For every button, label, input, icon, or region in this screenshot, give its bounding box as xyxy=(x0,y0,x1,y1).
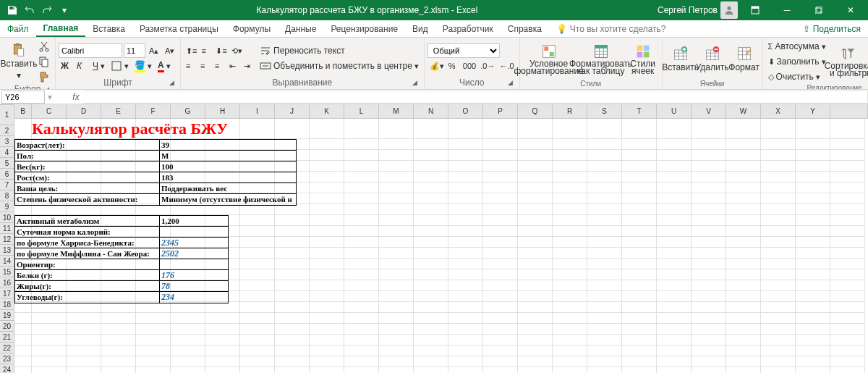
column-header[interactable]: J xyxy=(275,104,310,118)
column-header[interactable]: D xyxy=(67,104,101,118)
cell-styles-button[interactable]: Стили ячеек xyxy=(627,39,659,80)
redo-button[interactable] xyxy=(39,2,55,18)
column-header[interactable]: C xyxy=(32,104,67,118)
spreadsheet-grid[interactable]: 123456789101112131415161718192021222324 … xyxy=(0,104,868,373)
row-header[interactable]: 15 xyxy=(0,267,14,277)
font-size-input[interactable] xyxy=(124,43,145,58)
increase-indent-button[interactable]: ⇥ xyxy=(242,59,256,73)
font-name-input[interactable] xyxy=(59,43,122,58)
tell-me-search[interactable]: 💡Что вы хотите сделать? xyxy=(556,20,686,37)
column-header[interactable]: K xyxy=(310,104,344,118)
row-header[interactable]: 4 xyxy=(0,147,14,158)
italic-button[interactable]: К xyxy=(75,59,89,73)
row-header[interactable]: 2 xyxy=(0,125,14,136)
merge-center-button[interactable]: Объединить и поместить в центре▾ xyxy=(258,59,421,73)
row-header[interactable]: 13 xyxy=(0,245,14,256)
input-value[interactable]: 183 xyxy=(160,172,296,183)
tab-home[interactable]: Главная xyxy=(36,20,86,37)
column-header[interactable]: N xyxy=(414,104,448,118)
row-header[interactable]: 12 xyxy=(0,234,14,245)
font-color-button[interactable]: А▾ xyxy=(156,59,173,73)
row-header[interactable]: 20 xyxy=(0,321,14,332)
copy-button[interactable] xyxy=(36,54,52,69)
increase-decimal-button[interactable]: .0→ xyxy=(478,59,497,73)
row-header[interactable]: 23 xyxy=(0,353,14,364)
row-header[interactable]: 17 xyxy=(0,288,14,299)
row-header[interactable]: 9 xyxy=(0,201,14,212)
row-header[interactable]: 3 xyxy=(0,136,14,147)
column-header[interactable]: I xyxy=(240,104,275,118)
align-bottom-button[interactable]: ⬇≡ xyxy=(213,43,229,58)
border-button[interactable]: ▾ xyxy=(109,59,131,73)
insert-cells-button[interactable]: Вставить xyxy=(665,39,696,80)
accounting-format-button[interactable]: 💰▾ xyxy=(427,59,446,73)
name-box[interactable] xyxy=(1,91,45,104)
cut-button[interactable] xyxy=(36,39,52,54)
comma-button[interactable]: 000 xyxy=(461,59,478,73)
maximize-button[interactable] xyxy=(804,0,833,20)
orientation-button[interactable]: ⟲▾ xyxy=(229,43,244,58)
row-header[interactable]: 10 xyxy=(0,212,14,223)
row-header[interactable]: 16 xyxy=(0,277,14,288)
fx-icon[interactable]: fx xyxy=(69,92,82,102)
column-header[interactable]: M xyxy=(379,104,414,118)
minimize-button[interactable]: ─ xyxy=(773,0,801,20)
percent-button[interactable]: % xyxy=(446,59,461,73)
align-top-button[interactable]: ⬆≡ xyxy=(184,43,199,58)
sort-filter-button[interactable]: Сортировка и фильтр xyxy=(830,41,867,82)
row-header[interactable]: 24 xyxy=(0,364,14,373)
alignment-launcher[interactable]: ◢ xyxy=(411,79,420,88)
column-headers[interactable]: BCDEFGHIJKLMNOPQRSTUVWXY xyxy=(14,104,868,119)
increase-font-button[interactable]: A▴ xyxy=(147,43,161,58)
column-header[interactable]: T xyxy=(622,104,657,118)
column-header[interactable]: X xyxy=(761,104,796,118)
column-header[interactable]: Y xyxy=(796,104,830,118)
column-header[interactable]: R xyxy=(553,104,587,118)
share-button[interactable]: ⇪Поделиться xyxy=(796,20,868,37)
font-launcher[interactable]: ◢ xyxy=(167,79,176,88)
number-format-select[interactable]: Общий xyxy=(427,43,500,58)
fill-color-button[interactable]: 🪣▾ xyxy=(132,59,154,73)
paste-button[interactable]: Вставить▾ xyxy=(3,41,35,82)
formula-input[interactable] xyxy=(82,91,868,104)
tab-file[interactable]: Файл xyxy=(0,20,36,37)
format-as-table-button[interactable]: Форматировать как таблицу xyxy=(576,39,626,80)
clear-button[interactable]: ◇ Очистить ▾ xyxy=(766,70,828,84)
column-header[interactable]: O xyxy=(448,104,483,118)
fill-button[interactable]: ⬇ Заполнить ▾ xyxy=(766,54,828,69)
row-header[interactable]: 21 xyxy=(0,332,14,343)
align-middle-button[interactable]: ≡ xyxy=(199,43,213,58)
tab-insert[interactable]: Вставка xyxy=(85,20,132,37)
column-header[interactable]: U xyxy=(657,104,692,118)
save-button[interactable] xyxy=(4,2,20,18)
row-header[interactable]: 6 xyxy=(0,169,14,180)
input-value[interactable]: М xyxy=(160,151,296,162)
column-header[interactable]: B xyxy=(14,104,32,118)
tab-data[interactable]: Данные xyxy=(278,20,323,37)
column-header[interactable]: H xyxy=(205,104,240,118)
format-cells-button[interactable]: Формат xyxy=(729,39,760,80)
row-header[interactable]: 11 xyxy=(0,223,14,234)
column-header[interactable]: P xyxy=(483,104,518,118)
tab-page-layout[interactable]: Разметка страницы xyxy=(132,20,226,37)
wrap-text-button[interactable]: Переносить текст xyxy=(258,43,421,58)
align-center-button[interactable]: ≡ xyxy=(198,59,213,73)
input-value[interactable]: 39 xyxy=(160,140,296,151)
row-header[interactable]: 7 xyxy=(0,180,14,190)
qat-customize-button[interactable]: ▾ xyxy=(56,2,72,18)
input-value[interactable]: Поддерживать вес xyxy=(160,183,296,194)
tab-developer[interactable]: Разработчик xyxy=(435,20,501,37)
format-painter-button[interactable] xyxy=(36,70,52,84)
delete-cells-button[interactable]: Удалить xyxy=(697,39,728,80)
number-launcher[interactable]: ◢ xyxy=(506,79,515,88)
align-left-button[interactable]: ≡ xyxy=(184,59,198,73)
column-header[interactable]: G xyxy=(171,104,205,118)
ribbon-display-options[interactable] xyxy=(741,0,770,20)
namebox-dropdown[interactable]: ▾ xyxy=(45,92,55,102)
column-header[interactable]: V xyxy=(692,104,726,118)
row-header[interactable]: 5 xyxy=(0,158,14,169)
column-header[interactable]: E xyxy=(101,104,136,118)
input-value[interactable]: 100 xyxy=(160,162,296,172)
column-header[interactable]: W xyxy=(726,104,761,118)
autosum-button[interactable]: Σ Автосумма ▾ xyxy=(766,39,828,54)
